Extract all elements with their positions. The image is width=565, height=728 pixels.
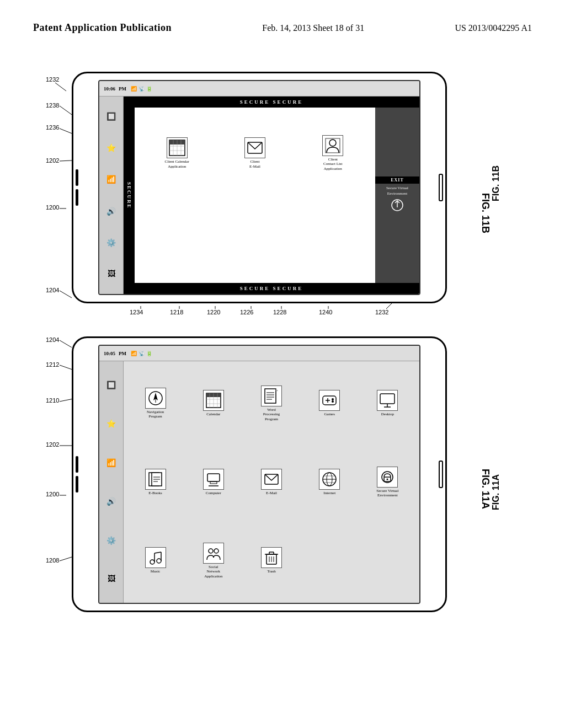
email-icon-b — [261, 469, 282, 490]
svg-line-38 — [60, 557, 72, 561]
sidebar-icon-1: 🔲 — [106, 112, 116, 121]
contact-icon — [322, 135, 343, 156]
app-empty-2 — [218, 197, 291, 277]
app-label: ClientE-Mail — [249, 159, 260, 169]
status-icons-top: 📶 📡 🔋 — [131, 86, 152, 92]
app-secure-label: Secure VirtualEnvironment — [376, 489, 398, 498]
publication-title: Patent Application Publication — [33, 22, 172, 34]
svg-text:1226: 1226 — [240, 309, 253, 315]
app-wordproc[interactable]: WordProcessingProgram — [244, 366, 299, 441]
side-btn-3 — [76, 456, 78, 473]
publication-date: Feb. 14, 2013 Sheet 18 of 31 — [262, 23, 364, 33]
svg-text:1202: 1202 — [46, 441, 59, 448]
ebooks-icon — [145, 469, 166, 490]
app-calendar-top[interactable]: Client CalendarApplication — [140, 113, 214, 193]
app-email-bottom[interactable]: E-Mail — [244, 445, 299, 520]
svg-line-109 — [154, 552, 161, 553]
app-ebooks[interactable]: E-Books — [128, 445, 183, 520]
svg-text:1210: 1210 — [46, 397, 59, 404]
app-label: Client CalendarApplication — [165, 159, 189, 169]
sidebar-icon-b6: 🖼 — [108, 575, 115, 584]
app-music[interactable]: Music — [128, 523, 183, 598]
svg-line-11 — [60, 291, 72, 298]
time-top: 10:06 — [104, 86, 115, 92]
sidebar-icon-6: 🖼 — [108, 270, 115, 279]
svg-text:1208: 1208 — [46, 557, 59, 564]
svg-text:1232: 1232 — [375, 309, 388, 315]
svg-line-28 — [60, 340, 72, 347]
app-games-label: Games — [324, 412, 334, 416]
wifi-icon-b: 📡 — [138, 351, 145, 356]
app-social-label: SocialNetworkApplication — [204, 565, 222, 579]
publication-number: US 2013/0042295 A1 — [455, 23, 532, 33]
page-header: Patent Application Publication Feb. 14, … — [0, 22, 565, 34]
pm-top: PM — [119, 86, 126, 92]
calendar-icon — [167, 137, 188, 158]
exit-label: EXIT — [375, 176, 419, 184]
desktop-icon — [377, 390, 398, 411]
side-btn-1 — [76, 169, 78, 186]
svg-point-111 — [214, 549, 218, 553]
app-word-label: WordProcessingProgram — [263, 408, 280, 421]
svg-point-84 — [332, 400, 334, 403]
status-bar-top: 10:06 PM 📶 📡 🔋 — [99, 81, 419, 97]
app-social[interactable]: SocialNetworkApplication — [186, 523, 241, 598]
app-empty-3 — [296, 197, 370, 277]
app-comp-label: Computer — [206, 491, 221, 495]
wordproc-icon — [261, 386, 282, 406]
svg-line-1 — [55, 83, 66, 91]
secure-banner-left: SECURE — [124, 108, 135, 283]
empty-cell-2 — [360, 523, 415, 598]
sidebar-icon-b4: 🔊 — [106, 497, 116, 506]
app-desktop-label: Desktop — [381, 412, 394, 416]
svg-text:1204: 1204 — [46, 336, 59, 343]
svg-point-105 — [150, 560, 154, 564]
right-connector-top — [439, 174, 443, 201]
secure-banner-bottom: SECURE SECURE — [124, 283, 419, 294]
exit-secure-button[interactable]: EXIT Secure VirtualEnvironment — [375, 108, 419, 283]
right-connector-bottom — [439, 461, 443, 488]
app-nav-label: NavigationProgram — [147, 410, 164, 419]
signal-icon: 📶 — [131, 86, 137, 92]
svg-point-83 — [332, 398, 334, 400]
app-navigation[interactable]: NavigationProgram — [128, 366, 183, 441]
app-grid-area: NavigationProgram Calendar — [124, 361, 419, 603]
sidebar-top: 🔲 ⭐ 📶 🔊 ⚙️ 🖼 — [99, 97, 124, 294]
svg-point-106 — [157, 559, 161, 563]
secure-apps-area: Client CalendarApplication ClientE-Mail — [135, 108, 375, 283]
secure-content: SECURE SECURE SECURE SECURE SECURE — [124, 97, 419, 294]
sidebar-icon-b5: ⚙️ — [106, 536, 116, 545]
svg-text:FIG. 11B: FIG. 11B — [480, 193, 491, 233]
svg-text:1202: 1202 — [46, 157, 59, 164]
screen-fig11a: 10:05 PM 📶 📡 🔋 🔲 ⭐ 📶 🔊 ⚙️ 🖼 — [98, 345, 420, 604]
app-games[interactable]: Games — [302, 366, 357, 441]
svg-text:1212: 1212 — [46, 361, 59, 368]
sidebar-bottom: 🔲 ⭐ 📶 🔊 ⚙️ 🖼 — [99, 361, 124, 603]
side-buttons-bottom — [76, 456, 78, 493]
sidebar-icon-3: 📶 — [106, 175, 116, 184]
pm-bottom: PM — [119, 351, 126, 356]
battery-icon: 🔋 — [146, 86, 152, 92]
app-desktop[interactable]: Desktop — [360, 366, 415, 441]
fig-11a-label: FIG. 11A — [491, 474, 501, 510]
exit-sublabel: Secure VirtualEnvironment — [386, 186, 408, 196]
app-secure-virt[interactable]: Secure VirtualEnvironment — [360, 445, 415, 520]
signal-icon-b: 📶 — [131, 351, 137, 356]
app-contact-top[interactable]: ClientContact ListApplication — [296, 113, 370, 193]
svg-text:1238: 1238 — [46, 102, 59, 109]
empty-cell-1 — [302, 523, 357, 598]
secure-virt-icon — [377, 467, 398, 488]
app-calendar-bottom[interactable]: Calendar — [186, 366, 241, 441]
app-internet[interactable]: Internet — [302, 445, 357, 520]
svg-text:1200: 1200 — [46, 491, 59, 497]
device-fig11b: 10:06 PM 📶 📡 🔋 🔲 ⭐ 📶 🔊 ⚙️ 🖼 SECURE SECUR… — [72, 72, 447, 303]
side-btn-2 — [76, 189, 78, 206]
app-computer[interactable]: Computer — [186, 445, 241, 520]
svg-text:1240: 1240 — [319, 309, 332, 315]
device-fig11a: 10:05 PM 📶 📡 🔋 🔲 ⭐ 📶 🔊 ⚙️ 🖼 — [72, 336, 447, 612]
app-trash[interactable]: Trash — [244, 523, 299, 598]
sidebar-icon-2: ⭐ — [106, 143, 116, 153]
app-email-top[interactable]: ClientE-Mail — [218, 113, 291, 193]
time-bottom: 10:05 — [104, 351, 115, 356]
svg-rect-85 — [380, 394, 395, 404]
